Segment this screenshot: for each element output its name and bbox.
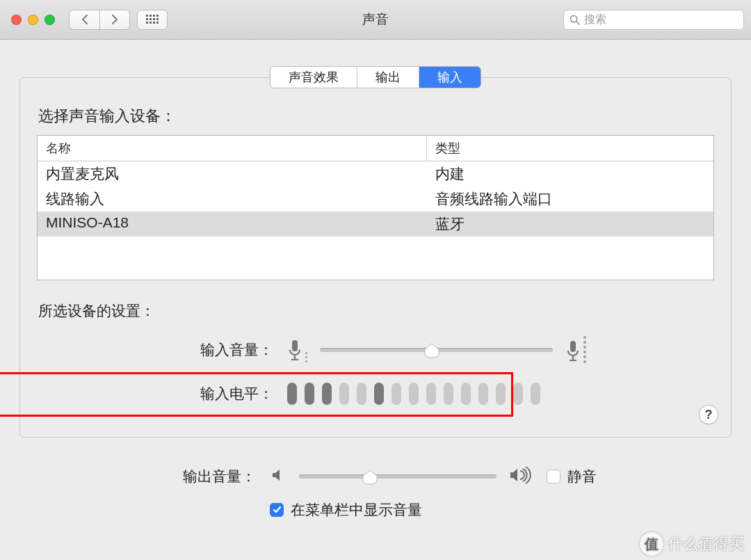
level-bar xyxy=(478,383,488,405)
tab-input[interactable]: 输入 xyxy=(419,67,481,88)
level-bar xyxy=(513,383,523,405)
device-type: 音频线路输入端口 xyxy=(427,186,713,211)
level-bar xyxy=(409,383,419,405)
device-table-header: 名称 类型 xyxy=(38,136,713,161)
main-panel: 选择声音输入设备： 名称 类型 内置麦克风 内建 线路输入 音频线路输入端口 M… xyxy=(19,77,732,438)
device-table-body: 内置麦克风 内建 线路输入 音频线路输入端口 MINISO-A18 蓝牙 xyxy=(38,161,713,280)
level-bar xyxy=(339,383,349,405)
device-row[interactable]: 内置麦克风 内建 xyxy=(38,161,713,186)
svg-rect-5 xyxy=(570,341,576,352)
input-level-meter xyxy=(287,383,540,405)
selected-device-settings-heading: 所选设备的设置： xyxy=(38,301,714,321)
choose-device-heading: 选择声音输入设备： xyxy=(38,106,714,127)
tab-label: 输出 xyxy=(376,69,401,86)
help-button[interactable]: ? xyxy=(699,405,718,424)
show-volume-menubar-label: 在菜单栏中显示音量 xyxy=(291,500,422,520)
checkbox-box xyxy=(270,503,284,517)
mute-label: 静音 xyxy=(567,467,597,486)
tab-label: 输入 xyxy=(437,69,462,86)
output-controls: 输出音量： xyxy=(0,465,751,520)
level-bar xyxy=(305,383,314,405)
level-bar xyxy=(426,383,436,405)
level-bar xyxy=(322,383,332,405)
forward-button[interactable] xyxy=(99,10,130,30)
microphone-high-icon xyxy=(565,336,586,363)
input-level-label: 输入电平： xyxy=(37,384,287,403)
device-name: MINISO-A18 xyxy=(38,211,427,237)
slider-thumb[interactable] xyxy=(423,342,440,358)
watermark-text: 什么值得买 xyxy=(668,534,744,554)
level-bar xyxy=(496,383,506,405)
tab-strip: 声音效果 输出 输入 xyxy=(270,66,481,88)
output-volume-label: 输出音量： xyxy=(19,467,270,486)
titlebar: 声音 搜索 xyxy=(0,0,751,40)
search-icon xyxy=(570,15,580,25)
device-table: 名称 类型 内置麦克风 内建 线路输入 音频线路输入端口 MINISO-A18 … xyxy=(37,135,714,280)
traffic-lights xyxy=(11,15,55,25)
input-volume-control xyxy=(287,336,586,363)
level-bar xyxy=(357,383,366,405)
svg-rect-2 xyxy=(292,340,298,351)
menubar-volume-row: 在菜单栏中显示音量 xyxy=(19,500,732,520)
speaker-high-icon xyxy=(509,465,534,488)
level-bar xyxy=(444,383,453,405)
column-header-type[interactable]: 类型 xyxy=(427,136,713,161)
back-button[interactable] xyxy=(69,10,99,30)
search-input[interactable]: 搜索 xyxy=(563,10,744,30)
output-volume-row: 输出音量： xyxy=(19,465,732,488)
sound-preferences-window: 声音 搜索 声音效果 输出 输入 选择声音输入设备： 名称 类型 内置麦克风 内… xyxy=(0,0,751,560)
input-volume-label: 输入音量： xyxy=(37,340,287,360)
chevron-left-icon xyxy=(81,15,88,24)
watermark: 值 什么值得买 xyxy=(640,532,744,556)
mute-checkbox[interactable]: 静音 xyxy=(547,467,597,486)
level-bar xyxy=(374,383,384,405)
device-row[interactable]: 线路输入 音频线路输入端口 xyxy=(38,186,713,211)
watermark-badge-icon: 值 xyxy=(640,532,663,556)
device-row[interactable]: MINISO-A18 蓝牙 xyxy=(38,211,713,237)
check-icon xyxy=(273,506,282,514)
output-volume-slider[interactable] xyxy=(299,474,496,479)
close-window-button[interactable] xyxy=(11,15,22,25)
level-bar xyxy=(531,383,540,405)
grid-icon xyxy=(146,15,159,24)
slider-thumb[interactable] xyxy=(362,469,378,484)
speaker-low-icon xyxy=(270,467,286,486)
zoom-window-button[interactable] xyxy=(45,15,55,25)
input-volume-slider[interactable] xyxy=(320,348,553,352)
column-header-name[interactable]: 名称 xyxy=(38,136,427,161)
tab-sound-effects[interactable]: 声音效果 xyxy=(270,67,357,88)
svg-line-1 xyxy=(576,21,579,24)
search-placeholder: 搜索 xyxy=(584,13,606,27)
device-type: 蓝牙 xyxy=(427,211,713,237)
tab-label: 声音效果 xyxy=(289,69,339,86)
nav-buttons xyxy=(69,10,130,30)
microphone-low-icon xyxy=(287,337,307,362)
level-bar xyxy=(461,383,471,405)
input-volume-row: 输入音量： xyxy=(37,336,714,363)
tab-output[interactable]: 输出 xyxy=(357,67,419,88)
output-volume-control: 静音 xyxy=(270,465,597,488)
input-level-row: 输入电平： xyxy=(37,383,714,405)
device-name: 线路输入 xyxy=(38,186,427,211)
level-bar xyxy=(287,383,297,405)
checkbox-box xyxy=(547,470,560,483)
minimize-window-button[interactable] xyxy=(28,15,38,25)
chevron-right-icon xyxy=(111,15,118,24)
level-bar xyxy=(391,383,401,405)
show-volume-menubar-checkbox[interactable]: 在菜单栏中显示音量 xyxy=(270,500,422,520)
show-all-button[interactable] xyxy=(137,10,168,30)
device-type: 内建 xyxy=(427,161,713,186)
device-name: 内置麦克风 xyxy=(38,161,427,186)
